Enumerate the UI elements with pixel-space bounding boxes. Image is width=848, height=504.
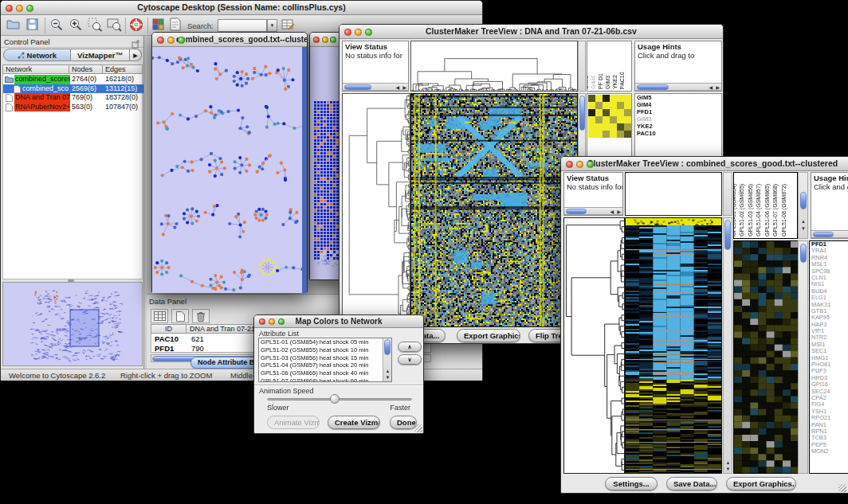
birdseye-view[interactable] [2,282,143,366]
close-icon[interactable] [313,37,320,43]
animation-speed-slider-thumb[interactable] [330,394,340,404]
attribute-list-item[interactable]: GPL51-02 (GSM855) heat shock 10 min [259,346,391,354]
export-graphics-button[interactable]: Export Graphics... [457,329,520,342]
data-column-id[interactable]: ID [151,324,186,334]
column-dendrogram-canvas[interactable] [411,41,577,91]
attribute-list-item[interactable]: GPL51-01 (GSM854) heat shock 05 min [259,338,391,346]
network-row[interactable]: DNA and Tran 07 769(0) 183728(0) [3,93,143,103]
scroll-up-icon[interactable]: ▲ [386,369,391,374]
main-titlebar[interactable]: Cytoscape Desktop (Session Name: collins… [1,1,482,15]
zoom-window-icon[interactable] [330,37,336,43]
scrollbar-thumb[interactable] [813,232,834,237]
animation-speed-slider-track[interactable] [267,398,412,400]
zoom-selected-icon[interactable] [88,18,103,35]
column-header-nodes[interactable]: Nodes [69,64,103,74]
zoom-window-icon[interactable] [365,29,372,36]
scroll-left-icon[interactable]: ◀ [395,85,399,91]
zoom-vscrollbar[interactable] [798,240,808,474]
scroll-up-icon[interactable]: ▲ [726,460,731,466]
resize-grip[interactable] [414,424,422,432]
zoom-window-icon[interactable] [178,37,185,44]
done-button[interactable]: Done [390,416,417,429]
scroll-left-icon[interactable]: ◀ [709,85,713,91]
column-dendrogram-pane[interactable] [625,172,722,216]
row-dendrogram-pane[interactable] [342,93,410,327]
data-cell-id[interactable]: PAC10 [155,334,179,343]
scrollbar-thumb[interactable] [724,220,731,250]
zoom-fit-icon[interactable] [107,18,122,35]
search-input[interactable] [218,19,267,32]
close-icon[interactable] [566,161,573,168]
scroll-down-icon[interactable]: ▼ [386,375,391,381]
treeview2-vscrollbar[interactable]: ▲ ▼ [723,217,732,474]
scrollbar-thumb[interactable] [566,209,587,214]
column-dendrogram-pane[interactable] [410,41,578,92]
usage-hints-hscrollbar[interactable]: ◀ ▶ [635,83,721,91]
treeview2-top-scroll-strip[interactable] [723,172,732,216]
network2-titlebar[interactable] [310,33,342,47]
help-lifesaver-icon[interactable] [129,18,143,35]
attribute-list-item[interactable]: GPL51-06 (GSM865) heat shock 40 min [259,369,391,377]
view-status-hscrollbar[interactable]: ◀ ▶ [564,207,622,215]
network-row[interactable]: RNAPuberNov2+ 563(0) 107847(0) [3,103,143,112]
data-cell-value[interactable]: 790 [191,344,204,353]
scrollbar-thumb[interactable] [579,96,585,131]
attribute-list-item[interactable]: GPL51-03 (GSM856) heat shock 15 min [259,354,391,362]
minimize-icon[interactable] [167,37,175,44]
view-status-hscrollbar[interactable]: ◀ ▶ [343,83,408,91]
minimize-icon[interactable] [355,29,362,36]
dialog-titlebar[interactable]: Map Colors to Network [254,315,423,328]
attribute-list-item[interactable]: GPL51-07 (GSM868) heat shock 60 min [259,377,391,382]
data-cell-value[interactable]: 621 [191,334,204,343]
labels-vscrollbar[interactable]: ▲ ▼ [798,172,808,239]
minimize-icon[interactable] [269,318,275,325]
tab-network[interactable]: Network [3,49,71,61]
zoom-window-icon[interactable] [26,5,33,12]
row-dendrogram-canvas[interactable] [343,94,410,326]
close-icon[interactable] [6,5,13,12]
scroll-right-icon[interactable]: ▶ [716,85,720,91]
network-canvas[interactable] [152,47,307,293]
zoom-out-icon[interactable] [49,18,64,35]
scroll-left-icon[interactable]: ◀ [610,209,614,215]
create-vizmap-button[interactable]: Create Vizmap [328,416,380,429]
scrollbar-thumb[interactable] [800,244,807,263]
export-graphics-button[interactable]: Export Graphics... [726,477,796,490]
heatmap-canvas[interactable] [411,94,577,326]
zoom-window-icon[interactable] [278,318,285,325]
column-header-edges[interactable]: Edges [102,64,143,74]
heatmap-global-pane[interactable] [410,93,578,327]
zoom-in-icon[interactable] [69,18,83,35]
move-down-button[interactable]: ∨ [398,354,422,365]
scrollbar-thumb[interactable] [344,84,371,90]
data-cell-id[interactable]: PFD1 [155,344,174,353]
network-row-selected[interactable]: combined_sco 2569(6) 13112(15) [3,84,143,94]
zoom-heatmap-canvas[interactable] [588,95,631,138]
minimize-icon[interactable] [16,5,23,12]
scroll-down-icon[interactable]: ▼ [726,467,731,472]
save-session-icon[interactable] [26,18,38,33]
network-row[interactable]: combined_scores 2764(0) 16218(0) [3,75,143,84]
treeview1-titlebar[interactable]: ClusterMaker TreeView : DNA and Tran 07-… [340,25,723,39]
tab-overflow-button[interactable]: ▶ [130,49,142,61]
listbox-vscrollbar[interactable]: ▲ ▼ [383,338,391,381]
scroll-up-icon[interactable]: ▲ [801,219,806,225]
heatmap-global-pane[interactable] [625,217,722,474]
open-session-icon[interactable] [6,18,20,33]
scrollbar-thumb[interactable] [637,84,669,90]
network2-canvas[interactable] [310,47,342,279]
close-icon[interactable] [344,29,351,36]
close-icon[interactable] [157,37,164,44]
table-mode-icon[interactable] [151,309,168,323]
scroll-right-icon[interactable]: ▶ [617,209,621,215]
settings-button[interactable]: Settings... [605,477,658,490]
save-data-button[interactable]: Save Data... [666,477,717,490]
heatmap-canvas[interactable] [626,218,721,473]
minimize-icon[interactable] [322,37,328,43]
gene-label[interactable]: MON2 [810,448,848,455]
treeview2-titlebar[interactable]: ClusterMaker TreeView : combined_scores_… [561,157,848,171]
zoom-window-icon[interactable] [587,161,594,168]
resize-grip[interactable] [838,484,846,492]
row-dendrogram-canvas[interactable] [564,218,624,473]
network-titlebar[interactable]: combined_scores_good.txt--cluste... [152,33,307,47]
